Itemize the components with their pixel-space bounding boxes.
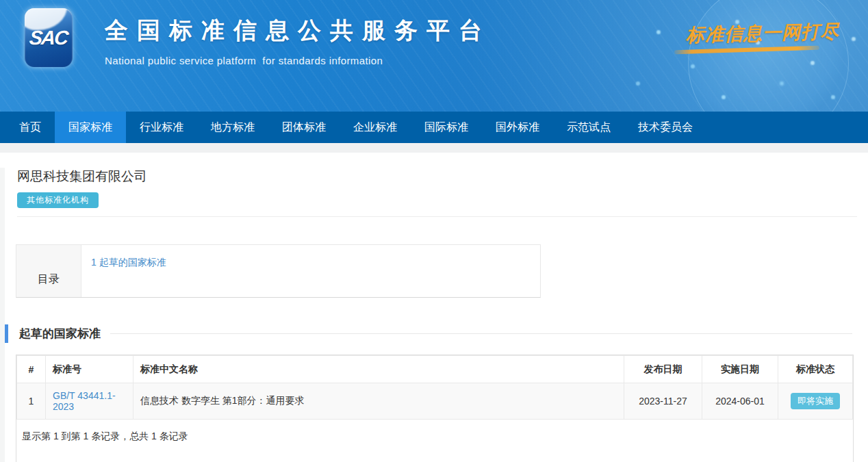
table-header-row: # 标准号 标准中文名称 发布日期 实施日期 标准状态 [17,356,853,383]
row-status-cell: 即将实施 [778,383,853,420]
left-gutter [0,168,5,462]
globe-graphic [688,0,849,112]
nav-item-national-standards[interactable]: 国家标准 [55,112,126,143]
row-standard-code-cell: GB/T 43441.1-2023 [46,383,133,420]
nav-item-local-standards[interactable]: 地方标准 [197,112,268,143]
org-section-divider [17,216,857,217]
org-name: 网思科技集团有限公司 [17,168,868,185]
records-summary: 显示第 1 到第 1 条记录，总共 1 条记录 [16,420,853,462]
nav-list: 首页 国家标准 行业标准 地方标准 团体标准 企业标准 国际标准 国外标准 示范… [0,112,868,143]
nav-item-foreign-standards[interactable]: 国外标准 [482,112,553,143]
row-index: 1 [17,383,46,420]
row-publish-date: 2023-11-27 [624,383,702,420]
toc-box: 目录 1 起草的国家标准 [16,244,541,298]
col-header-standard-code: 标准号 [46,356,133,383]
page-background-strip [0,143,868,153]
sac-logo-text: SAC [29,27,69,49]
content-panel: 网思科技集团有限公司 其他标准化机构 目录 1 起草的国家标准 起草的国家标准 … [0,168,868,462]
row-implement-date: 2024-06-01 [702,383,778,420]
toc-link-drafted-national-standards[interactable]: 1 起草的国家标准 [91,257,166,268]
nav-item-technical-committee[interactable]: 技术委员会 [624,112,706,143]
table-header: # 标准号 标准中文名称 发布日期 实施日期 标准状态 [17,356,853,383]
header-slogan: 标准信息一网打尽 [686,18,865,48]
col-header-index: # [17,356,46,383]
col-header-publish-date: 发布日期 [624,356,702,383]
nav-item-international-standards[interactable]: 国际标准 [411,112,482,143]
glow-dots-decoration [0,0,3,3]
standards-table-container: # 标准号 标准中文名称 发布日期 实施日期 标准状态 1 GB/T 43441… [16,355,854,462]
section-header: 起草的国家标准 [0,324,868,343]
sac-logo: SAC [25,8,73,67]
site-title-block: 全国标准信息公共服务平台 National public service pla… [105,15,491,66]
status-badge: 即将实施 [791,393,840,409]
main-nav: 首页 国家标准 行业标准 地方标准 团体标准 企业标准 国际标准 国外标准 示范… [0,112,868,143]
nav-item-home[interactable]: 首页 [5,112,55,143]
col-header-standard-name: 标准中文名称 [133,356,624,383]
table-row: 1 GB/T 43441.1-2023 信息技术 数字孪生 第1部分：通用要求 … [17,383,853,420]
nav-item-group-standards[interactable]: 团体标准 [268,112,340,143]
col-header-implement-date: 实施日期 [702,356,778,383]
toc-label: 目录 [16,245,81,297]
standard-code-link[interactable]: GB/T 43441.1-2023 [53,390,116,412]
section-title: 起草的国家标准 [19,326,101,342]
site-subtitle: National public service platform for sta… [105,55,491,66]
row-standard-name: 信息技术 数字孪生 第1部分：通用要求 [133,383,624,420]
col-header-status: 标准状态 [778,356,853,383]
nav-item-industry-standards[interactable]: 行业标准 [126,112,197,143]
table-body: 1 GB/T 43441.1-2023 信息技术 数字孪生 第1部分：通用要求 … [17,383,853,420]
standards-table: # 标准号 标准中文名称 发布日期 实施日期 标准状态 1 GB/T 43441… [16,355,853,420]
site-header: SAC 全国标准信息公共服务平台 National public service… [0,0,868,112]
site-title: 全国标准信息公共服务平台 [105,15,491,47]
org-type-badge: 其他标准化机构 [17,192,99,208]
toc-content: 1 起草的国家标准 [81,245,540,297]
section-rule [110,333,852,334]
nav-item-enterprise-standards[interactable]: 企业标准 [340,112,411,143]
nav-item-pilot-demo[interactable]: 示范试点 [553,112,624,143]
